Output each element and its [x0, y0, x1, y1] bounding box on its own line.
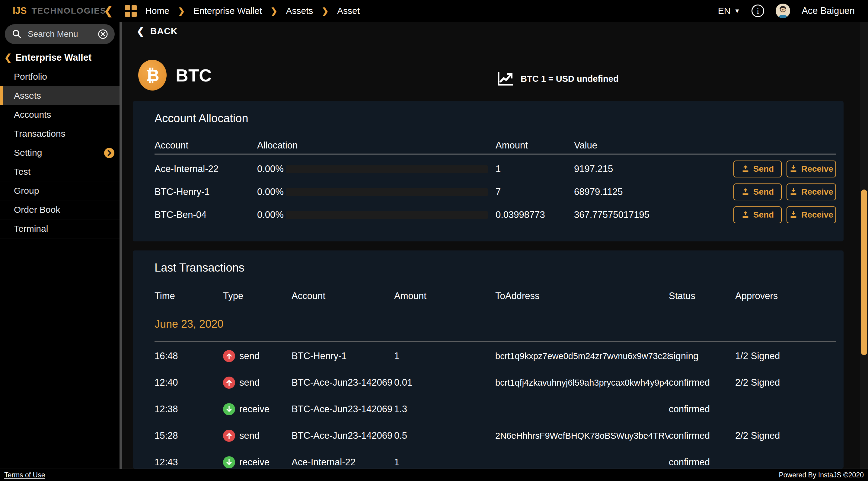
terms-of-use-link[interactable]: Terms of Use — [4, 471, 45, 479]
sidebar-item-portfolio[interactable]: Portfolio — [0, 67, 120, 86]
sidebar-collapse-icon[interactable]: ❮ — [104, 4, 113, 17]
send-arrow-icon — [223, 430, 235, 442]
sidebar-item-label: Transactions — [14, 129, 65, 139]
receive-button[interactable]: Receive — [786, 161, 836, 178]
table-row: BTC-Ben-04 0.00% 0.03998773 367.77575017… — [155, 203, 836, 226]
breadcrumb-home[interactable]: Home — [145, 6, 169, 16]
sidebar-item-label: Portfolio — [14, 71, 47, 82]
transactions-date-group: June 23, 2020 — [155, 318, 836, 330]
sidebar-section-enterprise-wallet[interactable]: ❮ Enterprise Wallet — [0, 48, 120, 67]
scrollbar-thumb[interactable] — [861, 190, 867, 355]
tx-account: Ace-Internal-22 — [291, 457, 394, 468]
tx-status: signing — [669, 351, 735, 361]
avatar[interactable] — [776, 4, 790, 18]
language-label: EN — [718, 6, 731, 16]
table-row: 15:28 send BTC-Ace-Jun23-142069 0.5 2N6e… — [155, 422, 836, 449]
sidebar: ❮ Enterprise Wallet Portfolio Assets Acc… — [0, 22, 120, 469]
receive-label: Receive — [801, 187, 833, 197]
apps-grid-icon[interactable] — [125, 5, 137, 17]
col-value: Value — [574, 140, 707, 151]
tx-amount: 1.3 — [394, 404, 495, 415]
tx-account: BTC-Henry-1 — [291, 351, 394, 361]
breadcrumb: Home ❯ Enterprise Wallet ❯ Assets ❯ Asse… — [125, 5, 360, 17]
bitcoin-icon: ₿ — [138, 60, 166, 91]
breadcrumb-assets[interactable]: Assets — [286, 6, 313, 16]
tx-type: receive — [239, 404, 270, 415]
col-time: Time — [155, 291, 223, 301]
tx-amount: 0.01 — [394, 377, 495, 388]
col-account: Account — [155, 140, 257, 151]
chevron-right-icon: ❯ — [321, 6, 329, 16]
sidebar-item-test[interactable]: Test — [0, 162, 120, 181]
send-label: Send — [753, 164, 774, 174]
col-approvers: Approvers — [735, 291, 836, 301]
sidebar-main-divider — [120, 22, 122, 469]
chevron-right-icon: ❯ — [178, 6, 185, 16]
allocation-title: Account Allocation — [155, 112, 836, 125]
transactions-title: Last Transactions — [155, 261, 836, 274]
amount-value: 1 — [496, 164, 574, 174]
back-button[interactable]: ❮ BACK — [136, 25, 178, 37]
info-icon[interactable]: i — [751, 4, 764, 17]
sidebar-item-transactions[interactable]: Transactions — [0, 124, 120, 143]
top-bar: IJS TECHNOLOGIES ❮ Home ❯ Enterprise Wal… — [0, 0, 868, 22]
search-input[interactable] — [28, 29, 92, 39]
send-button[interactable]: Send — [734, 206, 782, 223]
tx-to-address: bcrt1q9kxpz7ewe0d5m24zr7wvnu6x9w73c28arm — [495, 351, 669, 361]
receive-label: Receive — [801, 164, 833, 174]
trend-chart-icon — [496, 71, 514, 87]
sidebar-item-group[interactable]: Group — [0, 181, 120, 200]
send-arrow-icon — [223, 350, 235, 362]
table-row: Ace-Internal-22 0.00% 1 9197.215 Send — [155, 158, 836, 181]
tx-account: BTC-Ace-Jun23-142069 — [291, 377, 394, 388]
chevron-right-icon: ❯ — [271, 6, 277, 16]
back-label: BACK — [150, 26, 178, 36]
receive-button[interactable]: Receive — [786, 206, 836, 223]
asset-symbol: BTC — [176, 65, 212, 86]
chevron-down-icon: ▼ — [734, 7, 740, 14]
sidebar-item-label: Assets — [14, 91, 41, 101]
tx-type: send — [239, 351, 259, 361]
table-row: 12:40 send BTC-Ace-Jun23-142069 0.01 bcr… — [155, 370, 836, 396]
send-button[interactable]: Send — [734, 161, 782, 178]
sidebar-item-label: Accounts — [14, 109, 51, 120]
asset-rate: BTC 1 = USD undefined — [496, 71, 619, 87]
allocation-percent: 0.00% — [257, 164, 286, 174]
tx-time: 15:28 — [155, 430, 223, 441]
table-row: BTC-Henry-1 0.00% 7 68979.1125 Send — [155, 181, 836, 203]
table-row: 12:38 receive BTC-Ace-Jun23-142069 1.3 c… — [155, 396, 836, 422]
submenu-chevron-icon[interactable] — [104, 148, 115, 161]
tx-status: confirmed — [669, 377, 735, 388]
tx-status: confirmed — [669, 457, 735, 468]
receive-arrow-icon — [223, 456, 235, 468]
sidebar-item-accounts[interactable]: Accounts — [0, 105, 120, 124]
receive-button[interactable]: Receive — [786, 184, 836, 200]
footer: Terms of Use Powered By InstaJS ©2020 — [0, 469, 868, 481]
divider — [155, 341, 836, 342]
upload-icon — [741, 188, 750, 196]
col-account: Account — [291, 291, 394, 301]
sidebar-item-label: Terminal — [14, 224, 48, 234]
sidebar-item-order-book[interactable]: Order Book — [0, 200, 120, 219]
sidebar-item-terminal[interactable]: Terminal — [0, 219, 120, 238]
scrollbar-track[interactable] — [860, 22, 868, 469]
tx-status: confirmed — [669, 404, 735, 415]
sidebar-item-setting[interactable]: Setting — [0, 143, 120, 162]
upload-icon — [741, 211, 750, 219]
asset-header: ₿ BTC — [138, 60, 212, 91]
search-icon — [11, 29, 22, 39]
tx-account: BTC-Ace-Jun23-142069 — [291, 404, 394, 415]
download-icon — [789, 188, 798, 196]
sidebar-item-assets[interactable]: Assets — [0, 86, 120, 105]
send-button[interactable]: Send — [734, 184, 782, 200]
account-allocation-card: Account Allocation Account Allocation Am… — [133, 101, 843, 242]
tx-type: send — [239, 377, 259, 388]
clear-search-icon[interactable] — [98, 29, 108, 39]
sidebar-search[interactable] — [5, 24, 115, 44]
breadcrumb-asset[interactable]: Asset — [337, 6, 360, 16]
col-amount: Amount — [496, 140, 574, 151]
breadcrumb-enterprise-wallet[interactable]: Enterprise Wallet — [193, 6, 262, 16]
language-selector[interactable]: EN ▼ — [718, 6, 740, 16]
tx-time: 16:48 — [155, 351, 223, 361]
col-status: Status — [669, 291, 735, 301]
